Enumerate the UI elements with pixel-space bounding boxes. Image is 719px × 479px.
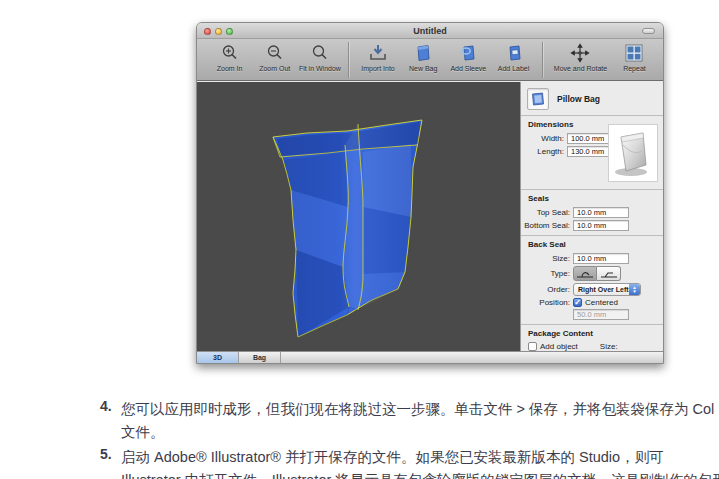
width-label: Width: xyxy=(521,134,567,143)
pillow-bag-3d-model xyxy=(197,82,520,351)
tab-3d[interactable]: 3D xyxy=(197,352,239,363)
repeat-button[interactable]: Repeat xyxy=(612,41,657,72)
add-object-label: Add object xyxy=(540,342,578,351)
fit-in-window-icon xyxy=(311,41,329,65)
import-into-button[interactable]: Import Into xyxy=(355,41,400,72)
titlebar: Untitled xyxy=(197,23,663,39)
step-4-line2: 文件。 xyxy=(121,421,719,444)
bottom-seal-field[interactable]: 10.0 mm xyxy=(573,220,629,231)
back-seal-size-field[interactable]: 10.0 mm xyxy=(573,253,629,264)
move-and-rotate-icon xyxy=(570,41,590,65)
view-tabbar: 3D Bag xyxy=(197,351,663,363)
add-object-checkbox[interactable] xyxy=(528,342,537,351)
section-back-seal: Back Seal xyxy=(521,236,663,251)
step-5: 5. 启动 Adobe® Illustrator® 并打开保存的文件。如果您已安… xyxy=(0,446,719,479)
zoom-out-icon xyxy=(266,41,284,65)
toolbar: Zoom In Zoom Out Fit in Window Import In… xyxy=(197,39,663,81)
add-label-button[interactable]: Add Label xyxy=(491,41,536,72)
top-seal-label: Top Seal: xyxy=(521,208,573,217)
panel-title: Pillow Bag xyxy=(557,94,600,104)
app-window: Untitled Zoom In Zoom Out Fit in Window xyxy=(196,22,664,364)
order-dropdown-value: Right Over Left xyxy=(578,286,629,293)
move-and-rotate-button[interactable]: Move and Rotate xyxy=(549,41,612,72)
section-seals: Seals xyxy=(521,190,663,205)
step-5-line2: Illustrator 中打开文件。Illustrator 将显示具有包含轮廓版… xyxy=(121,469,719,479)
centered-checkbox[interactable]: ✓ xyxy=(573,298,582,307)
content-size-label: Size: xyxy=(600,342,618,351)
instruction-text: 4. 您可以应用即时成形，但我们现在将跳过这一步骤。单击文件 > 保存，并将包装… xyxy=(0,398,719,479)
add-sleeve-icon xyxy=(458,41,478,65)
back-seal-type-label: Type: xyxy=(521,269,573,278)
length-label: Length: xyxy=(521,147,567,156)
centered-checkbox-label: Centered xyxy=(585,298,618,307)
settings-panel: Pillow Bag Dimensions Width: 100.0 mm Le… xyxy=(520,82,663,351)
toolbar-toggle-button[interactable] xyxy=(642,28,655,34)
order-dropdown[interactable]: Right Over Left ▲▼ xyxy=(573,283,641,296)
minimize-button[interactable] xyxy=(215,28,222,35)
viewport-3d[interactable] xyxy=(197,82,520,351)
window-title: Untitled xyxy=(197,23,663,39)
step-4-line1: 您可以应用即时成形，但我们现在将跳过这一步骤。单击文件 > 保存，并将包装袋保存… xyxy=(121,398,719,421)
dropdown-arrows-icon: ▲▼ xyxy=(629,284,640,295)
new-bag-button[interactable]: New Bag xyxy=(401,41,446,72)
window-controls xyxy=(204,28,233,35)
panel-header: Pillow Bag xyxy=(521,82,663,116)
zoom-window-button[interactable] xyxy=(226,28,233,35)
back-seal-size-label: Size: xyxy=(521,254,573,263)
position-value-field: 50.0 mm xyxy=(573,309,629,320)
seal-type-fin-button[interactable] xyxy=(573,266,597,281)
step-5-number: 5. xyxy=(100,446,112,462)
fit-in-window-button[interactable]: Fit in Window xyxy=(297,41,342,72)
toolbar-separator xyxy=(542,42,543,78)
repeat-icon xyxy=(625,41,643,65)
top-seal-field[interactable]: 10.0 mm xyxy=(573,207,629,218)
new-bag-icon xyxy=(413,41,433,65)
pillow-bag-icon xyxy=(527,88,549,110)
tab-bag[interactable]: Bag xyxy=(239,352,281,363)
fin-seal-icon xyxy=(576,269,594,279)
add-sleeve-button[interactable]: Add Sleeve xyxy=(446,41,491,72)
lap-seal-icon xyxy=(600,269,618,279)
close-button[interactable] xyxy=(204,28,211,35)
section-package-content: Package Content xyxy=(521,325,663,340)
step-4: 4. 您可以应用即时成形，但我们现在将跳过这一步骤。单击文件 > 保存，并将包装… xyxy=(0,398,719,444)
zoom-in-icon xyxy=(221,41,239,65)
add-label-icon xyxy=(504,41,524,65)
back-seal-position-label: Position: xyxy=(521,298,573,307)
zoom-out-button[interactable]: Zoom Out xyxy=(252,41,297,72)
back-seal-order-label: Order: xyxy=(521,285,573,294)
import-into-icon xyxy=(368,41,388,65)
bag-preview-thumbnail xyxy=(608,124,658,182)
zoom-in-button[interactable]: Zoom In xyxy=(207,41,252,72)
bottom-seal-label: Bottom Seal: xyxy=(521,221,573,230)
step-4-number: 4. xyxy=(100,398,112,414)
seal-type-lap-button[interactable] xyxy=(597,266,621,281)
step-5-line1: 启动 Adobe® Illustrator® 并打开保存的文件。如果您已安装最新… xyxy=(121,446,719,469)
toolbar-separator xyxy=(348,42,349,78)
